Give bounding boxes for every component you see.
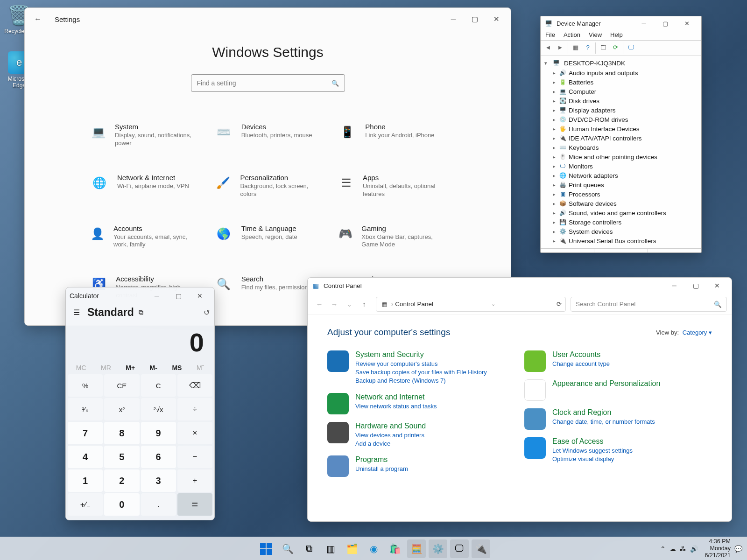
clock[interactable]: 4:36 PM Monday 6/21/2021 [705, 538, 731, 559]
settings-category-search[interactable]: 🔍SearchFind my files, permissions [214, 275, 322, 300]
key-3[interactable]: 3 [141, 469, 176, 492]
cpl-link[interactable]: Review your computer's status [355, 360, 487, 368]
onedrive-icon[interactable]: ☁ [669, 545, 676, 553]
tree-node[interactable]: ▸💾Storage controllers [544, 217, 698, 227]
cpl-category-title[interactable]: System and Security [355, 350, 487, 359]
memory-mˇ[interactable]: Mˇ [197, 364, 204, 371]
key-1[interactable]: 1 [68, 469, 103, 492]
settings-category-network-internet[interactable]: 🌐Network & InternetWi-Fi, airplane mode,… [90, 174, 197, 198]
key-.[interactable]: . [141, 493, 176, 516]
close-button[interactable]: ✕ [706, 278, 728, 293]
tree-node[interactable]: ▸🔊Sound, video and game controllers [544, 208, 698, 217]
minimize-button[interactable]: ─ [443, 12, 464, 27]
search-input[interactable]: Search Control Panel 🔍 [571, 297, 727, 312]
toolbar-forward[interactable]: ► [555, 42, 566, 53]
cpl-link[interactable]: Change date, time, or number formats [552, 418, 655, 426]
toolbar-back[interactable]: ◄ [543, 42, 554, 53]
settings-category-accounts[interactable]: 👤AccountsYour accounts, email, sync, wor… [90, 224, 197, 249]
cpl-category-title[interactable]: Ease of Access [552, 437, 633, 446]
nav-up-button[interactable]: ↑ [357, 297, 371, 311]
cpl-category-title[interactable]: Clock and Region [552, 408, 655, 417]
tray-overflow-button[interactable]: ⌃ [660, 545, 666, 553]
key-5[interactable]: 5 [104, 446, 139, 468]
tree-node[interactable]: ▸🖨️Print queues [544, 180, 698, 189]
tree-node[interactable]: ▸🌐Network adapters [544, 171, 698, 180]
toolbar-monitor[interactable]: 🖵 [625, 42, 636, 53]
memory-ms[interactable]: MS [172, 364, 182, 371]
minimize-button[interactable]: ─ [663, 278, 685, 293]
key-6[interactable]: 6 [141, 446, 176, 468]
cpl-link[interactable]: Optimize visual display [552, 455, 633, 463]
tree-node[interactable]: ▸🖵Monitors [544, 161, 698, 171]
key-¹⁄ₓ[interactable]: ¹⁄ₓ [68, 398, 103, 420]
taskbar-search-button[interactable]: 🔍 [278, 539, 297, 558]
cpl-link[interactable]: Change account type [552, 360, 610, 368]
tree-node[interactable]: ▸🔋Batteries [544, 77, 698, 87]
tree-node[interactable]: ▸📦Software devices [544, 199, 698, 208]
cpl-link[interactable]: Add a device [355, 440, 426, 448]
notifications-button[interactable]: 💬 [734, 545, 742, 553]
tree-node[interactable]: ▸💿DVD/CD-ROM drives [544, 115, 698, 124]
cpl-link[interactable]: Let Windows suggest settings [552, 447, 633, 455]
minimize-button[interactable]: ─ [633, 16, 655, 31]
edge-button[interactable]: ◉ [364, 539, 383, 558]
nav-forward-button[interactable]: → [327, 297, 341, 311]
tree-node[interactable]: ▸⌨️Keyboards [544, 143, 698, 152]
calculator-taskbar-button[interactable]: 🧮 [407, 539, 426, 558]
maximize-button[interactable]: ▢ [168, 288, 189, 303]
key-−[interactable]: − [177, 446, 212, 468]
key-⌫[interactable]: ⌫ [177, 374, 212, 397]
titlebar[interactable]: 🖥️ Device Manager ─ ▢ ✕ [541, 16, 701, 30]
tree-node[interactable]: ▸🖥️Display adapters [544, 105, 698, 115]
address-bar[interactable]: ▦ › Control Panel ⌄ ⟳ [376, 297, 566, 312]
widgets-button[interactable]: ▥ [321, 539, 340, 558]
key-%[interactable]: % [68, 374, 103, 397]
control-panel-taskbar-button[interactable]: 🖵 [450, 539, 469, 558]
key-C[interactable]: C [141, 374, 176, 397]
toolbar-show-hide[interactable]: ▦ [570, 42, 581, 53]
titlebar[interactable]: ▦ Control Panel ─ ▢ ✕ [308, 278, 732, 294]
cpl-category-title[interactable]: Hardware and Sound [355, 422, 426, 430]
menu-help[interactable]: Help [610, 31, 623, 38]
cpl-link[interactable]: Save backup copies of your files with Fi… [355, 368, 487, 377]
history-button[interactable]: ↺ [204, 308, 210, 317]
menu-button[interactable]: ☰ [70, 308, 83, 317]
titlebar[interactable]: Calculator ─ ▢ ✕ [66, 287, 214, 304]
cpl-link[interactable]: View network status and tasks [355, 402, 437, 411]
cpl-category-title[interactable]: Appearance and Personalization [552, 379, 660, 388]
key-7[interactable]: 7 [68, 422, 103, 444]
maximize-button[interactable]: ▢ [464, 12, 486, 27]
view-by-dropdown[interactable]: Category ▾ [683, 329, 712, 336]
tree-node[interactable]: ▸🔌IDE ATA/ATAPI controllers [544, 133, 698, 143]
close-button[interactable]: ✕ [189, 288, 211, 303]
keep-on-top-button[interactable]: ⧉ [139, 308, 143, 316]
key-²√x[interactable]: ²√x [141, 398, 176, 420]
titlebar[interactable]: ← Settings ─ ▢ ✕ [25, 8, 511, 30]
refresh-button[interactable]: ⟳ [557, 301, 562, 308]
minimize-button[interactable]: ─ [146, 288, 168, 303]
memory-m-[interactable]: M- [150, 364, 157, 371]
task-view-button[interactable]: ⧉ [300, 539, 318, 558]
tree-node[interactable]: ▸▣Processors [544, 189, 698, 199]
file-explorer-button[interactable]: 🗂️ [343, 539, 361, 558]
key-9[interactable]: 9 [141, 422, 176, 444]
menu-action[interactable]: Action [564, 31, 580, 38]
close-button[interactable]: ✕ [486, 12, 507, 27]
key-×[interactable]: × [177, 422, 212, 444]
memory-m+[interactable]: M+ [126, 364, 135, 371]
start-button[interactable] [257, 539, 275, 558]
close-button[interactable]: ✕ [676, 16, 698, 31]
key-x²[interactable]: x² [104, 398, 139, 420]
key-÷[interactable]: ÷ [177, 398, 212, 420]
key-CE[interactable]: CE [104, 374, 139, 397]
tree-node[interactable]: ▸💻Computer [544, 87, 698, 96]
settings-category-system[interactable]: 💻SystemDisplay, sound, notifications, po… [90, 123, 197, 147]
cpl-category-title[interactable]: User Accounts [552, 350, 610, 359]
toolbar-help[interactable]: ? [582, 42, 593, 53]
nav-recent-button[interactable]: ⌄ [342, 297, 356, 311]
tree-node[interactable]: ▸🔌Universal Serial Bus controllers [544, 236, 698, 245]
key-+[interactable]: + [177, 469, 212, 492]
nav-back-button[interactable]: ← [312, 297, 326, 311]
settings-category-phone[interactable]: 📱PhoneLink your Android, iPhone [338, 123, 445, 147]
network-icon[interactable]: 🖧 [680, 545, 686, 553]
